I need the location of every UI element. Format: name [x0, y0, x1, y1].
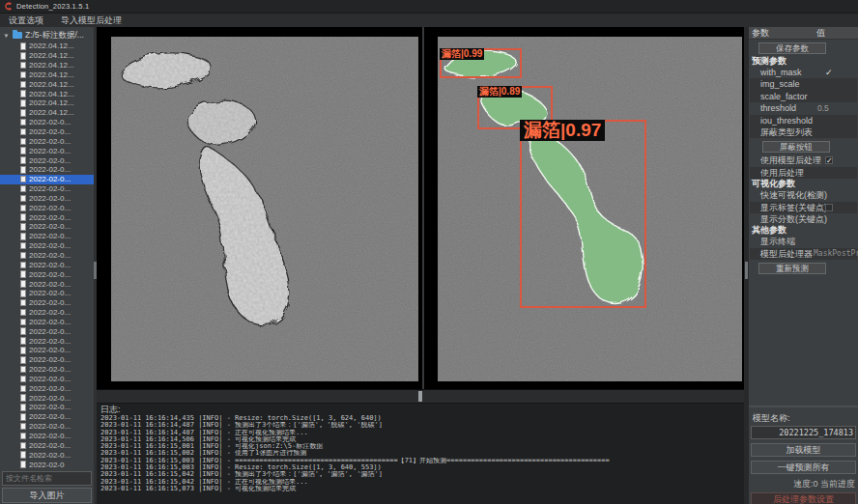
file-icon	[20, 337, 26, 345]
file-icon	[20, 81, 26, 89]
tree-item[interactable]: 2022-02-0...	[0, 298, 94, 308]
param-table-header: 参数 值	[749, 27, 858, 40]
tree-item[interactable]: 2022.04.12...	[0, 79, 94, 89]
tree-item[interactable]: 2022-02-0...	[0, 289, 94, 298]
tree-root-node[interactable]: ▼ Z:/5-标注数据/...	[0, 29, 94, 42]
tree-item[interactable]: 2022.04.12...	[0, 98, 94, 108]
tree-item[interactable]: 2022.04.12...	[0, 108, 94, 118]
file-icon	[20, 42, 26, 50]
param-row-scale-factor[interactable]: scale_factor	[750, 91, 857, 102]
file-icon	[20, 433, 26, 440]
tree-item[interactable]: 2022-02-0...	[0, 412, 94, 422]
search-input[interactable]	[2, 471, 92, 486]
tree-item[interactable]: 2022-02-0...	[0, 375, 94, 384]
save-params-button[interactable]: 保存参数	[758, 42, 826, 54]
tree-item[interactable]: 2022-02-0...	[0, 155, 94, 165]
param-row-show-terminal[interactable]: 显示终端	[750, 236, 857, 247]
param-row-model-postprocessor[interactable]: 模型后处理器 MaskPostPro	[750, 248, 857, 260]
tree-item[interactable]: 2022-02-0...	[0, 365, 94, 375]
param-row-img-scale[interactable]: img_scale	[750, 78, 857, 90]
param-value[interactable]: MaskPostPro	[814, 248, 858, 260]
log-splitter[interactable]	[97, 389, 744, 403]
predict-all-button[interactable]: 一键预测所有	[751, 461, 856, 474]
tree-item[interactable]: 2022-02-0...	[0, 440, 94, 450]
tree-item-label: 2022.04.12...	[29, 42, 74, 50]
file-icon	[20, 413, 26, 421]
param-row-mask-type-list[interactable]: 屏蔽类型列表	[750, 126, 857, 138]
postprocess-settings-button[interactable]: 后处理参数设置	[751, 492, 856, 504]
tree-item[interactable]: 2022-02-0...	[0, 450, 94, 460]
tree-item[interactable]: 2022-02-0...	[0, 118, 94, 127]
tree-item[interactable]: 2022-02-0...	[0, 194, 94, 204]
tree-item[interactable]: 2022-02-0...	[0, 393, 94, 403]
tree-item[interactable]: 2022-02-0...	[0, 184, 94, 194]
file-icon	[20, 327, 26, 335]
section-visual-params: 可视化参数	[749, 179, 858, 189]
tree-item[interactable]: 2022-02-0...	[0, 241, 94, 251]
param-row-with-mask[interactable]: with_mask ✓	[750, 67, 857, 78]
prediction-image-pane[interactable]: 漏箔|0.99 漏箔|0.89 漏箔|0.97	[438, 37, 742, 381]
tree-item[interactable]: 2022-02-0...	[0, 355, 94, 365]
splitter-grip[interactable]	[745, 262, 748, 279]
value-column-header: 值	[816, 27, 825, 40]
tree-item-label: 2022-02-0...	[29, 147, 71, 155]
detection-label: 漏箔|0.99	[440, 48, 484, 60]
tree-item[interactable]: 2022.04.12...	[0, 51, 94, 61]
window-title: Detection_2023.1.5.1	[16, 2, 89, 11]
tree-item[interactable]: 2022-02-0...	[0, 432, 94, 441]
tree-item[interactable]: 2022-02-0...	[0, 232, 94, 241]
tree-item[interactable]: 2022-02-0...	[0, 326, 94, 336]
param-row-threshold[interactable]: threshold 0.5	[750, 102, 857, 114]
checkbox-unchecked[interactable]	[825, 204, 833, 211]
param-row-show-score[interactable]: 显示分数(关键点)	[750, 213, 857, 225]
tree-item[interactable]: 2022-02-0...	[0, 146, 94, 155]
menu-settings[interactable]: 设置选项	[0, 14, 52, 27]
tree-item[interactable]: 2022-02-0...	[0, 136, 94, 146]
tree-item[interactable]: 2022-02-0...	[0, 203, 94, 212]
original-image-pane[interactable]	[111, 37, 418, 381]
load-model-button[interactable]: 加载模型	[751, 443, 856, 457]
param-row-use-model-post[interactable]: 使用模型后处理 ✓	[750, 154, 857, 166]
file-icon	[20, 119, 26, 126]
tree-item[interactable]: 2022-02-0...	[0, 279, 94, 289]
checkbox-checked[interactable]: ✓	[825, 156, 833, 164]
tree-item[interactable]: 2022-02-0...	[0, 317, 94, 326]
tree-item[interactable]: 2022.04.12...	[0, 89, 94, 98]
model-name-field[interactable]: 20221225_174813	[751, 426, 856, 439]
tree-item[interactable]: 2022-02-0...	[0, 269, 94, 279]
param-value[interactable]: 0.5	[817, 102, 829, 114]
param-row-show-label[interactable]: 显示标签(关键点)	[750, 202, 857, 213]
tree-item[interactable]: 2022-02-0	[0, 460, 94, 469]
tree-item[interactable]: 2022-02-0...	[0, 165, 94, 175]
checkmark-icon[interactable]: ✓	[825, 67, 833, 78]
repredict-button[interactable]: 重新预测	[758, 263, 826, 274]
tree-item[interactable]: 2022-02-0...	[0, 308, 94, 318]
file-icon	[20, 461, 26, 468]
tree-item[interactable]: 2022-02-0...	[0, 212, 94, 222]
param-row-quick-visual[interactable]: 快速可视化(检测)	[750, 189, 857, 201]
tree-item[interactable]: 2022.04.12...	[0, 42, 94, 51]
section-predict-params: 预测参数	[749, 56, 858, 67]
param-row-iou-threshold[interactable]: iou_threshold	[750, 115, 857, 126]
tree-item[interactable]: 2022.04.12...	[0, 70, 94, 80]
tree-item[interactable]: 2022-02-0...	[0, 383, 94, 393]
app-window: Detection_2023.1.5.1 设置选项 导入模型后处理 ▼ Z:/5…	[0, 0, 858, 504]
tree-item[interactable]: 2022-02-0...	[0, 403, 94, 412]
splitter-grip[interactable]	[418, 391, 422, 402]
section-other-params: 其他参数	[749, 225, 858, 236]
tree-item[interactable]: 2022-02-0...	[0, 251, 94, 261]
expand-arrow-icon[interactable]: ▼	[3, 32, 10, 38]
tree-item[interactable]: 2022-02-0...	[0, 422, 94, 432]
tree-item[interactable]: 2022-02-0...	[0, 260, 94, 269]
menu-import-postprocess[interactable]: 导入模型后处理	[52, 14, 130, 27]
mask-button[interactable]: 屏蔽按钮	[762, 141, 830, 153]
tree-item[interactable]: 2022.04.12...	[0, 61, 94, 70]
import-images-button[interactable]: 导入图片	[2, 488, 92, 503]
param-row-use-post[interactable]: 使用后处理	[750, 167, 857, 179]
tree-item[interactable]: 2022-02-0...	[0, 127, 94, 137]
file-tree[interactable]: ▼ Z:/5-标注数据/... 2022.04.12...2022.04.12.…	[0, 27, 94, 469]
tree-item[interactable]: 2022-02-0...	[0, 175, 94, 184]
tree-item[interactable]: 2022-02-0...	[0, 346, 94, 355]
tree-item[interactable]: 2022-02-0...	[0, 336, 94, 346]
tree-item[interactable]: 2022-02-0...	[0, 222, 94, 232]
